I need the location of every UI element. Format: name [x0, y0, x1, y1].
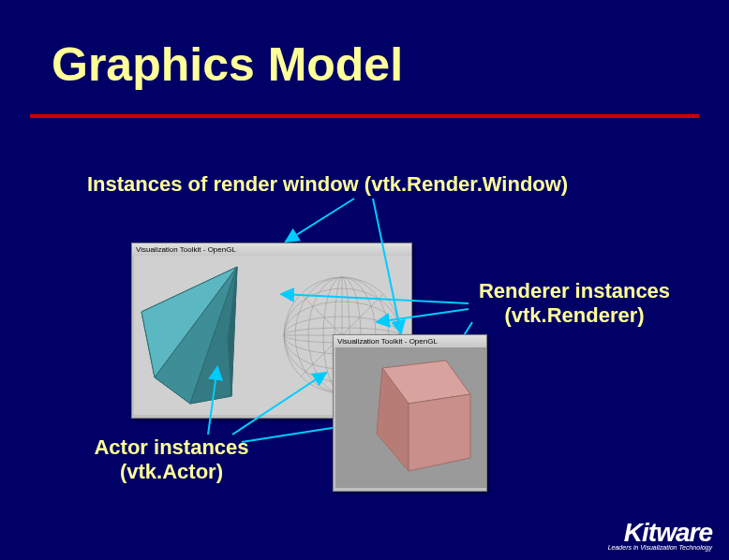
slide-title: Graphics Model	[52, 37, 403, 92]
label-renderer-line1: Renderer instances	[479, 279, 670, 302]
window-title-1: Visualization Toolkit - OpenGL	[132, 243, 411, 256]
svg-marker-21	[409, 394, 470, 471]
svg-line-23	[286, 199, 354, 242]
logo-sub: Leaders in Visualization Technology	[608, 544, 712, 551]
render-window-2: Visualization Toolkit - OpenGL	[333, 334, 487, 492]
cone-actor-icon	[134, 256, 273, 415]
label-renderer-line2: (vtk.Renderer)	[504, 303, 644, 327]
label-renderwindow: Instances of render window (vtk.Render.W…	[87, 172, 568, 197]
render-area-2	[335, 347, 486, 488]
window-title-2: Visualization Toolkit - OpenGL	[334, 335, 486, 347]
title-underline	[30, 114, 699, 118]
label-renderer: Renderer instances (vtk.Renderer)	[467, 279, 682, 328]
label-actor: Actor instances (vtk.Actor)	[87, 435, 256, 484]
label-actor-line2: (vtk.Actor)	[120, 460, 223, 483]
label-actor-line1: Actor instances	[94, 435, 248, 459]
kitware-logo: Kitware Leaders in Visualization Technol…	[608, 518, 712, 551]
cube-actor-icon	[335, 347, 486, 488]
renderer-pane-left	[134, 256, 273, 415]
